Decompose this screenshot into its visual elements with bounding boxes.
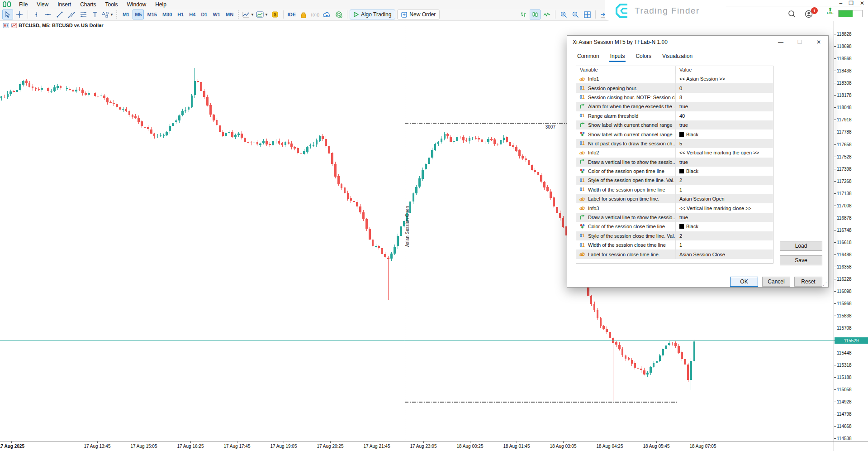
- cursor-tool-button[interactable]: [2, 10, 13, 19]
- price-axis[interactable]: 1188281186981185681184381183081181781180…: [834, 21, 868, 441]
- save-button[interactable]: Save: [780, 255, 822, 265]
- timeframe-button-h4[interactable]: H4: [187, 10, 198, 19]
- input-row[interactable]: Draw a vertical line to show the sessio.…: [576, 158, 773, 167]
- time-axis[interactable]: 17 Aug 202517 Aug 13:4517 Aug 15:0517 Au…: [0, 441, 834, 451]
- input-row[interactable]: 01Range alarm threshold40: [576, 111, 773, 120]
- dialog-tab-inputs[interactable]: Inputs: [606, 51, 630, 62]
- input-value-cell[interactable]: 8: [676, 93, 773, 102]
- horizontal-line-tool-button[interactable]: [43, 10, 53, 19]
- timeframe-button-m30[interactable]: M30: [160, 10, 174, 19]
- input-row[interactable]: Show label with current channel rangeBla…: [576, 130, 773, 139]
- input-row[interactable]: abInfo1<< Asian Session >>: [576, 74, 773, 83]
- zoom-in-button[interactable]: [558, 10, 569, 19]
- input-value-cell[interactable]: 0: [676, 83, 773, 92]
- input-value-cell[interactable]: Asian Session Open: [676, 194, 773, 203]
- bar-chart-type-button[interactable]: [518, 10, 529, 19]
- input-row[interactable]: Show label with current channel rangetru…: [576, 120, 773, 130]
- menu-item-help[interactable]: Help: [151, 0, 171, 9]
- search-icon[interactable]: [788, 10, 796, 18]
- input-value-cell[interactable]: Asian Session Close: [676, 249, 773, 259]
- input-row[interactable]: abInfo3<< Vertical line marking close >>: [576, 203, 773, 212]
- menu-item-window[interactable]: Window: [123, 0, 151, 9]
- crosshair-tool-button[interactable]: [14, 10, 25, 19]
- load-button[interactable]: Load: [780, 241, 822, 251]
- input-row[interactable]: 01Session opening hour.0: [576, 83, 773, 92]
- algo-trading-button[interactable]: Algo Trading: [350, 10, 395, 19]
- input-value-cell[interactable]: << Vertical line marking close >>: [676, 203, 773, 212]
- input-value-cell[interactable]: true: [676, 102, 773, 111]
- input-value-cell[interactable]: << Asian Session >>: [676, 74, 773, 83]
- dialog-close-button[interactable]: ✕: [809, 36, 828, 48]
- input-value-cell[interactable]: true: [676, 158, 773, 167]
- input-row[interactable]: Color of the session open time lineBlack: [576, 167, 773, 176]
- cloud-button[interactable]: [322, 10, 332, 19]
- timeframe-button-m15[interactable]: M15: [145, 10, 159, 19]
- fibonacci-tool-button[interactable]: [78, 10, 89, 19]
- market-button[interactable]: [298, 10, 309, 19]
- menu-item-file[interactable]: File: [14, 0, 32, 9]
- shapes-tool-button[interactable]: ▼: [101, 10, 114, 19]
- input-row[interactable]: abInfo2<< Vertical line marking the open…: [576, 148, 773, 157]
- dialog-titlebar[interactable]: Xi Asian Session MT5 by TFLab-N 1.00 — ☐…: [567, 36, 828, 48]
- signals-button[interactable]: ((o)): [310, 10, 321, 19]
- vertical-line-tool-button[interactable]: [31, 10, 42, 19]
- dialog-minimize-button[interactable]: —: [771, 36, 790, 48]
- menu-item-insert[interactable]: Insert: [53, 0, 76, 9]
- reset-button[interactable]: Reset: [794, 277, 822, 287]
- symbols-button[interactable]: $: [270, 10, 280, 19]
- timeframe-button-m1[interactable]: M1: [120, 10, 132, 19]
- inputs-table[interactable]: Variable Value abInfo1<< Asian Session >…: [576, 66, 773, 264]
- dialog-tab-colors[interactable]: Colors: [631, 51, 656, 62]
- notification-badge[interactable]: 1: [811, 7, 818, 14]
- input-row[interactable]: 01Nr of past days to draw the session ch…: [576, 139, 773, 148]
- input-row[interactable]: 01Session closing hour. NOTE: Session cl…: [576, 93, 773, 102]
- community-button[interactable]: [333, 10, 344, 19]
- window-minimize-button[interactable]: –: [839, 0, 842, 6]
- cancel-button[interactable]: Cancel: [762, 277, 790, 287]
- channel-tool-button[interactable]: [66, 10, 77, 19]
- timeframe-button-m5[interactable]: M5: [133, 10, 144, 19]
- zoom-out-button[interactable]: [570, 10, 581, 19]
- input-value-cell[interactable]: Black: [676, 222, 773, 231]
- text-tool-button[interactable]: [90, 10, 100, 19]
- timeframe-button-mn[interactable]: MN: [223, 10, 236, 19]
- timeframe-button-d1[interactable]: D1: [199, 10, 209, 19]
- input-row[interactable]: Alarm for when the range exceeds the ...…: [576, 102, 773, 111]
- input-value-cell[interactable]: Black: [676, 130, 773, 139]
- input-row[interactable]: 01Style of the session close time line. …: [576, 231, 773, 240]
- menu-item-charts[interactable]: Charts: [76, 0, 100, 9]
- input-value-cell[interactable]: 2: [676, 231, 773, 240]
- line-chart-type-button[interactable]: [541, 10, 552, 19]
- ok-button[interactable]: OK: [730, 277, 758, 287]
- menu-item-tools[interactable]: Tools: [101, 0, 123, 9]
- input-row[interactable]: Color of the session close time lineBlac…: [576, 222, 773, 231]
- input-row[interactable]: 01Width of the session close time line1: [576, 240, 773, 249]
- input-row[interactable]: abLabel for session open time line.Asian…: [576, 194, 773, 203]
- input-value-cell[interactable]: 2: [676, 176, 773, 185]
- timeframe-button-h1[interactable]: H1: [175, 10, 186, 19]
- input-value-cell[interactable]: << Vertical line marking the open >>: [676, 148, 773, 157]
- input-value-cell[interactable]: 1: [676, 240, 773, 249]
- new-order-button[interactable]: New Order: [397, 10, 440, 19]
- indicators-button[interactable]: ▼: [256, 10, 269, 19]
- input-value-cell[interactable]: 1: [676, 185, 773, 194]
- input-value-cell[interactable]: true: [676, 213, 773, 222]
- window-restore-button[interactable]: ❐: [849, 0, 854, 6]
- dialog-maximize-button[interactable]: ☐: [790, 36, 809, 48]
- window-close-button[interactable]: ✕: [860, 0, 864, 6]
- input-row[interactable]: 01Width of the session open time line1: [576, 185, 773, 194]
- dialog-tab-common[interactable]: Common: [573, 51, 604, 62]
- input-value-cell[interactable]: true: [676, 120, 773, 130]
- input-value-cell[interactable]: 40: [676, 111, 773, 120]
- input-row[interactable]: abLabel for session close time line.Asia…: [576, 249, 773, 259]
- trendline-tool-button[interactable]: [54, 10, 65, 19]
- menu-item-view[interactable]: View: [32, 0, 53, 9]
- input-value-cell[interactable]: 5: [676, 139, 773, 148]
- chart-type-button[interactable]: ▼: [242, 10, 255, 19]
- input-row[interactable]: 01Style of the session open time line. V…: [576, 176, 773, 185]
- input-value-cell[interactable]: Black: [676, 167, 773, 176]
- dialog-tab-visualization[interactable]: Visualization: [658, 51, 697, 62]
- candlestick-chart-type-button[interactable]: [530, 10, 541, 19]
- timeframe-button-w1[interactable]: W1: [210, 10, 223, 19]
- resize-grip[interactable]: ⋰: [823, 282, 827, 286]
